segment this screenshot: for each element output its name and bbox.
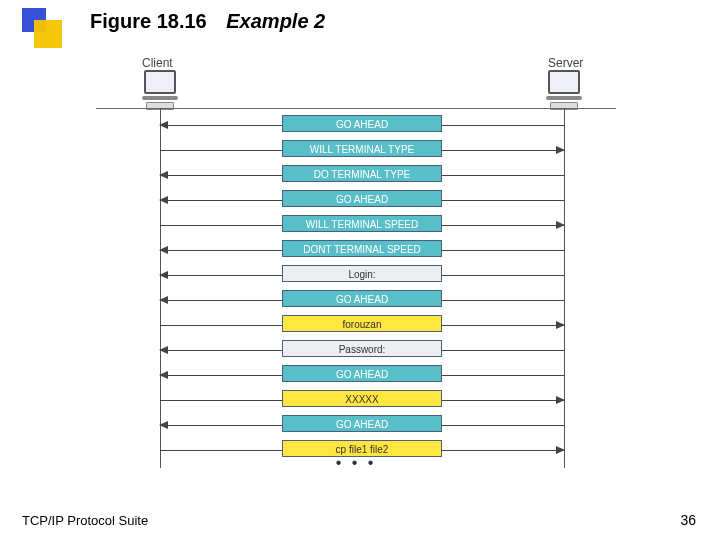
sequence-diagram: Client Server GO AHEADWILL TERMINAL TYPE… — [96, 56, 616, 476]
client-label: Client — [142, 56, 173, 70]
arrow-left-icon — [159, 371, 168, 379]
message-box: GO AHEAD — [282, 415, 442, 432]
message-box: WILL TERMINAL SPEED — [282, 215, 442, 232]
message-box: Login: — [282, 265, 442, 282]
arrow-left-icon — [159, 246, 168, 254]
message-row: GO AHEAD — [160, 364, 564, 385]
message-row: GO AHEAD — [160, 114, 564, 135]
page-number: 36 — [680, 512, 696, 528]
message-box: DO TERMINAL TYPE — [282, 165, 442, 182]
message-box: XXXXX — [282, 390, 442, 407]
figure-title: Figure 18.16 Example 2 — [90, 10, 325, 33]
arrow-left-icon — [159, 296, 168, 304]
message-box: GO AHEAD — [282, 190, 442, 207]
arrow-right-icon — [556, 321, 565, 329]
message-row: DO TERMINAL TYPE — [160, 164, 564, 185]
arrow-right-icon — [556, 146, 565, 154]
message-box: GO AHEAD — [282, 365, 442, 382]
message-row: Login: — [160, 264, 564, 285]
message-list: GO AHEADWILL TERMINAL TYPEDO TERMINAL TY… — [160, 114, 564, 464]
message-box: GO AHEAD — [282, 290, 442, 307]
message-row: XXXXX — [160, 389, 564, 410]
server-computer-icon — [544, 70, 584, 110]
message-row: WILL TERMINAL TYPE — [160, 139, 564, 160]
arrow-left-icon — [159, 271, 168, 279]
client-computer-icon — [140, 70, 180, 110]
message-box: WILL TERMINAL TYPE — [282, 140, 442, 157]
arrow-right-icon — [556, 396, 565, 404]
message-box: GO AHEAD — [282, 115, 442, 132]
arrow-left-icon — [159, 421, 168, 429]
ellipsis-dots: • • • — [96, 454, 616, 472]
message-box: DONT TERMINAL SPEED — [282, 240, 442, 257]
message-row: GO AHEAD — [160, 289, 564, 310]
arrow-left-icon — [159, 346, 168, 354]
footer-text: TCP/IP Protocol Suite — [22, 513, 148, 528]
message-box: Password: — [282, 340, 442, 357]
corner-logo — [22, 8, 68, 54]
message-box: forouzan — [282, 315, 442, 332]
arrow-right-icon — [556, 221, 565, 229]
server-lifeline — [564, 108, 565, 468]
message-row: GO AHEAD — [160, 189, 564, 210]
message-row: GO AHEAD — [160, 414, 564, 435]
message-row: WILL TERMINAL SPEED — [160, 214, 564, 235]
slide: Figure 18.16 Example 2 Client Server GO … — [0, 0, 720, 540]
arrow-right-icon — [556, 446, 565, 454]
arrow-left-icon — [159, 171, 168, 179]
top-baseline — [96, 108, 616, 109]
figure-caption: Example 2 — [226, 10, 325, 32]
arrow-left-icon — [159, 121, 168, 129]
server-label: Server — [548, 56, 583, 70]
arrow-left-icon — [159, 196, 168, 204]
figure-number: Figure 18.16 — [90, 10, 207, 32]
message-row: DONT TERMINAL SPEED — [160, 239, 564, 260]
message-row: Password: — [160, 339, 564, 360]
message-row: forouzan — [160, 314, 564, 335]
